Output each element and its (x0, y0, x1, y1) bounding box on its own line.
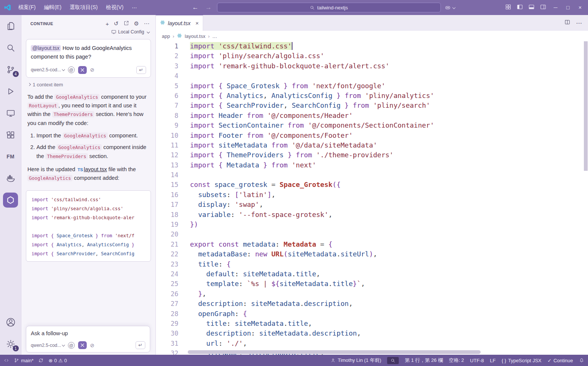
code-line[interactable]: 14 (156, 170, 588, 180)
code-line[interactable]: 26 }, (156, 289, 588, 299)
activity-run-debug[interactable] (0, 80, 21, 102)
code-line[interactable]: 9import SectionContainer from '@/compone… (156, 120, 588, 130)
code-line[interactable]: 16 subsets: ['latin'], (156, 190, 588, 200)
customize-layout-icon[interactable] (505, 4, 511, 11)
zoom-indicator[interactable] (387, 357, 399, 364)
activity-remote-explorer[interactable] (0, 102, 21, 124)
code-line[interactable]: 1import 'css/tailwind.css' (156, 41, 588, 51)
disable-button[interactable]: ⊘ (90, 342, 95, 348)
settings-button[interactable]: ⚙ (134, 20, 139, 27)
toggle-secondary-sidebar-icon[interactable] (540, 4, 546, 11)
code-line[interactable]: 4 (156, 71, 588, 81)
breadcrumb-folder[interactable]: app (162, 33, 170, 39)
history-back-button[interactable]: ← (191, 4, 200, 11)
continue-status-item[interactable]: ✓Continue (547, 358, 573, 363)
code-line[interactable]: 5import { Space_Grotesk } from 'next/fon… (156, 81, 588, 91)
breadcrumb-file[interactable]: layout.tsx (185, 33, 205, 39)
code-line[interactable]: 12import { ThemeProviders } from './them… (156, 150, 588, 160)
code-line[interactable]: 10import Footer from '@/components/Foote… (156, 131, 588, 140)
code-line[interactable]: 25 template: `%s | ${siteMetadata.title}… (156, 279, 588, 289)
config-selector[interactable]: Local Config (21, 29, 155, 37)
close-button[interactable]: × (577, 5, 583, 11)
history-forward-button[interactable]: → (204, 4, 213, 11)
code-line[interactable]: 11import siteMetadata from '@/data/siteM… (156, 140, 588, 150)
new-session-button[interactable]: + (106, 21, 109, 27)
maximize-button[interactable]: □ (564, 5, 571, 11)
menu-selection[interactable]: 選取項目(S) (66, 3, 101, 12)
encoding-item[interactable]: UTF-8 (470, 358, 484, 363)
language-mode-item[interactable]: { }TypeScript JSX (502, 358, 541, 363)
code-line[interactable]: 7import { SearchProvider, SearchConfig }… (156, 101, 588, 110)
followup-input[interactable]: Ask a follow-up (31, 330, 145, 336)
code-line[interactable]: 29 title: siteMetadata.title, (156, 319, 588, 328)
code-line[interactable]: 2import 'pliny/search/algolia.css' (156, 51, 588, 61)
notifications-bell[interactable] (579, 358, 584, 363)
activity-docker[interactable] (0, 167, 21, 189)
command-center-search[interactable]: tailwind-nextjs (217, 3, 441, 12)
disable-button[interactable]: ⊘ (90, 67, 95, 73)
activity-extensions[interactable] (0, 124, 21, 146)
code-line[interactable]: 17 display: 'swap', (156, 200, 588, 209)
user-message-card[interactable]: @layout.tsx How to add GoogleAnalytics c… (26, 39, 151, 78)
tab-layout-tsx[interactable]: layout.tsx × (156, 15, 203, 31)
file-link[interactable]: layout.tsx (84, 166, 107, 172)
minimize-button[interactable]: ─ (552, 5, 559, 11)
code-line[interactable]: 15const space_grotesk = Space_Grotesk({ (156, 180, 588, 190)
menu-edit[interactable]: 編輯(E) (41, 3, 65, 12)
tools-button[interactable] (78, 341, 87, 349)
code-line[interactable]: 6import { Analytics, AnalyticsConfig } f… (156, 91, 588, 101)
code-line[interactable]: 21export const metadata: Metadata = { (156, 239, 588, 249)
editor-more-actions[interactable]: ⋯ (576, 20, 582, 27)
file-mention-chip[interactable]: @layout.tsx (31, 45, 61, 51)
activity-fm[interactable]: FM (0, 146, 21, 167)
code-line[interactable]: 27 description: siteMetadata.description… (156, 299, 588, 309)
model-selector[interactable]: qwen2.5-cod... (31, 343, 65, 348)
followup-input-card[interactable]: Ask a follow-up qwen2.5-cod... @ ⊘ ↵ (26, 326, 150, 352)
close-tab-icon[interactable]: × (195, 20, 199, 26)
mention-button[interactable]: @ (68, 66, 75, 73)
breadcrumb-symbol[interactable]: … (212, 33, 217, 39)
mention-button[interactable]: @ (68, 342, 75, 349)
toggle-panel-icon[interactable] (528, 4, 535, 11)
menu-more-button[interactable]: ⋯ (128, 3, 140, 12)
history-button[interactable]: ↺ (114, 20, 119, 27)
menu-view[interactable]: 檢視(V) (103, 3, 127, 12)
cursor-position-item[interactable]: 第 1 行，第 26 欄 (405, 357, 443, 364)
indentation-item[interactable]: 空格: 2 (449, 357, 464, 364)
open-external-button[interactable] (124, 20, 129, 27)
code-line[interactable]: 24 default: siteMetadata.title, (156, 269, 588, 279)
remote-indicator[interactable] (4, 358, 9, 363)
git-blame-item[interactable]: Timothy Lin (1 年前) (330, 357, 381, 364)
code-editor[interactable]: 1import 'css/tailwind.css'2import 'pliny… (156, 41, 588, 355)
git-branch-item[interactable]: main* (14, 358, 33, 363)
activity-source-control[interactable]: 4 (0, 59, 21, 80)
code-line[interactable]: 13import { Metadata } from 'next' (156, 160, 588, 170)
menu-file[interactable]: 檔案(F) (15, 3, 39, 12)
code-line[interactable]: 8import Header from '@/components/Header… (156, 111, 588, 120)
activity-settings[interactable]: 1 (0, 333, 21, 355)
code-line[interactable]: 28 openGraph: { (156, 309, 588, 319)
horizontal-scrollbar[interactable] (188, 350, 481, 354)
code-line[interactable]: 3import 'remark-github-blockquote-alert/… (156, 61, 588, 71)
toggle-sidebar-icon[interactable] (517, 4, 523, 11)
activity-search[interactable] (0, 37, 21, 59)
problems-item[interactable]: ⊗0 ⚠0 (48, 358, 67, 363)
activity-account[interactable] (0, 311, 21, 333)
send-button[interactable]: ↵ (136, 66, 146, 74)
vertical-scrollbar[interactable] (584, 41, 588, 171)
tools-button[interactable] (78, 66, 87, 74)
code-line[interactable]: 18 variable: '--font-space-grotesk', (156, 210, 588, 220)
code-line[interactable]: 20 (156, 229, 588, 239)
code-line[interactable]: 19}) (156, 220, 588, 229)
send-button[interactable]: ↵ (136, 341, 145, 349)
copilot-menu-button[interactable] (445, 5, 455, 11)
split-editor-icon[interactable] (564, 19, 570, 27)
model-selector[interactable]: qwen2.5-cod... (31, 67, 65, 72)
eol-item[interactable]: LF (490, 358, 496, 363)
code-line[interactable]: 23 title: { (156, 259, 588, 269)
sync-button[interactable] (38, 358, 44, 363)
code-line[interactable]: 30 description: siteMetadata.description… (156, 328, 588, 338)
code-line[interactable]: 31 url: './', (156, 339, 588, 348)
activity-explorer[interactable] (0, 15, 21, 37)
context-items-toggle[interactable]: 1 context item (21, 78, 155, 90)
